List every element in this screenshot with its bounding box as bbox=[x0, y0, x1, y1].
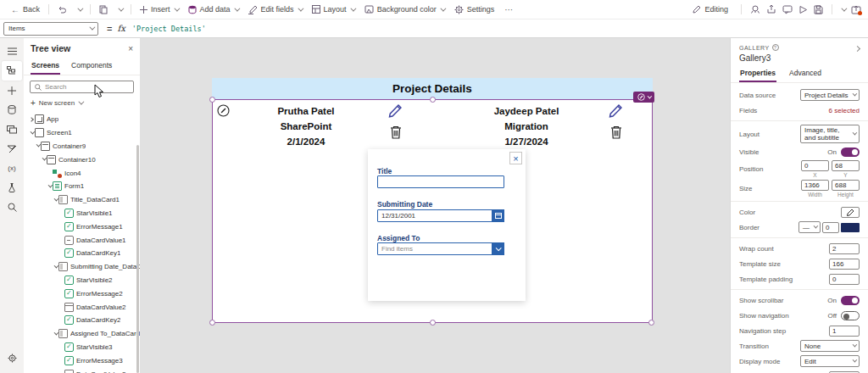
display-mode-select[interactable]: Edit bbox=[800, 355, 860, 367]
tree-item[interactable]: Screen1 bbox=[24, 126, 140, 140]
power-automate-rail-button[interactable] bbox=[2, 139, 22, 159]
tree-search-box[interactable] bbox=[30, 81, 134, 93]
assigned-combobox[interactable] bbox=[377, 242, 504, 255]
undo-dropdown[interactable] bbox=[73, 6, 86, 14]
gallery-edit-badge[interactable] bbox=[633, 92, 654, 103]
title-field-input[interactable] bbox=[377, 175, 504, 188]
chevron-icon[interactable] bbox=[51, 265, 58, 269]
tree-item[interactable]: ErrorMessage1 bbox=[24, 220, 140, 233]
tree-item[interactable]: Container9 bbox=[24, 140, 140, 153]
tree-item[interactable]: Title_DataCard1 bbox=[24, 193, 140, 207]
tests-rail-button[interactable] bbox=[2, 178, 22, 198]
publish-icon[interactable] bbox=[851, 4, 861, 14]
show-navigation-toggle[interactable] bbox=[841, 311, 860, 320]
chevron-icon[interactable] bbox=[51, 198, 58, 202]
undo-button[interactable] bbox=[53, 3, 71, 16]
chevron-icon[interactable] bbox=[33, 144, 41, 148]
variables-rail-button[interactable]: (x) bbox=[2, 159, 22, 178]
comments-icon[interactable] bbox=[782, 4, 793, 14]
tree-item[interactable]: DataCardKey1 bbox=[24, 247, 140, 260]
item-subtitle[interactable]: SharePoint bbox=[221, 119, 391, 134]
data-rail-button[interactable] bbox=[2, 100, 22, 120]
tree-item[interactable]: Container10 bbox=[24, 153, 140, 166]
tree-item[interactable]: Icon4 bbox=[24, 166, 140, 180]
tab-screens[interactable]: Screens bbox=[31, 58, 60, 75]
share-icon[interactable] bbox=[766, 4, 776, 14]
new-screen-button[interactable]: + New screen bbox=[24, 93, 140, 111]
chevron-icon[interactable] bbox=[51, 332, 58, 336]
tree-item[interactable]: DataCardValue1 bbox=[24, 233, 140, 247]
close-icon[interactable]: × bbox=[128, 44, 133, 53]
tree-item[interactable]: DataCardKey2 bbox=[24, 314, 140, 327]
back-button[interactable]: ← Back bbox=[7, 3, 44, 16]
search-input[interactable] bbox=[45, 83, 121, 91]
chevron-icon[interactable] bbox=[39, 158, 47, 161]
add-data-button[interactable]: Add data bbox=[184, 3, 242, 16]
visible-toggle[interactable] bbox=[841, 148, 860, 157]
property-selector[interactable]: Items bbox=[3, 22, 98, 36]
search-rail-button[interactable] bbox=[2, 198, 22, 217]
selection-handle[interactable] bbox=[209, 97, 215, 103]
insert-rail-button[interactable] bbox=[2, 81, 22, 100]
border-style-select[interactable]: — bbox=[798, 221, 821, 233]
tab-properties[interactable]: Properties bbox=[739, 67, 776, 82]
layout-select[interactable]: Image, title, and subtitle bbox=[800, 125, 860, 143]
show-scrollbar-toggle[interactable] bbox=[841, 296, 860, 305]
border-width-input[interactable] bbox=[822, 222, 839, 233]
save-dropdown-icon[interactable] bbox=[841, 5, 847, 11]
tree-item[interactable]: StarVisible1 bbox=[24, 207, 140, 220]
template-padding-input[interactable] bbox=[829, 274, 860, 285]
tree-item[interactable]: ErrorMessage2 bbox=[24, 287, 140, 300]
tree-item[interactable]: StarVisible2 bbox=[24, 274, 140, 287]
insert-button[interactable]: Insert bbox=[136, 3, 182, 15]
tree-scrollbar[interactable] bbox=[136, 145, 139, 373]
item-date[interactable]: 1/27/2024 bbox=[442, 134, 611, 149]
item-subtitle[interactable]: Migration bbox=[442, 119, 611, 134]
fields-selected-link[interactable]: 6 selected bbox=[829, 107, 860, 114]
navigation-step-input[interactable] bbox=[829, 326, 860, 337]
editing-mode-button[interactable]: Editing bbox=[688, 3, 732, 15]
template-size-input[interactable] bbox=[829, 259, 860, 270]
chevron-icon[interactable] bbox=[27, 118, 35, 121]
tree-item[interactable]: Form1 bbox=[24, 180, 140, 193]
tree-item[interactable]: StarVisible3 bbox=[24, 341, 140, 354]
position-x-input[interactable] bbox=[801, 160, 829, 171]
menu-button[interactable] bbox=[2, 42, 22, 61]
edit-fields-button[interactable]: Edit fields bbox=[244, 3, 306, 16]
selection-handle[interactable] bbox=[430, 320, 436, 326]
border-color-swatch[interactable] bbox=[841, 223, 860, 232]
app-checker-icon[interactable] bbox=[750, 4, 760, 14]
chevron-icon[interactable] bbox=[45, 185, 53, 188]
more-commands-button[interactable]: ··· bbox=[500, 3, 517, 16]
tree-item[interactable]: DataCardValue2 bbox=[24, 300, 140, 314]
item-title[interactable]: Prutha Patel bbox=[221, 103, 391, 119]
selection-handle[interactable] bbox=[648, 320, 654, 326]
selection-handle[interactable] bbox=[430, 97, 436, 103]
settings-button[interactable]: Settings bbox=[450, 3, 499, 16]
tree-item[interactable]: Assigned To_DataCard1 bbox=[24, 327, 140, 341]
color-picker-button[interactable] bbox=[841, 207, 860, 218]
help-icon[interactable]: ? bbox=[772, 44, 779, 51]
tab-advanced[interactable]: Advanced bbox=[788, 67, 822, 82]
paste-button[interactable] bbox=[95, 3, 112, 16]
tree-item[interactable]: DataCardValue3 bbox=[24, 367, 140, 373]
close-icon[interactable]: × bbox=[509, 152, 522, 164]
trash-icon[interactable] bbox=[609, 125, 623, 143]
tree-view-button[interactable] bbox=[2, 61, 22, 81]
background-color-button[interactable]: Background color bbox=[360, 3, 448, 16]
size-height-input[interactable] bbox=[832, 180, 860, 191]
preview-play-icon[interactable] bbox=[798, 5, 808, 14]
formula-input[interactable]: 'Project Details' bbox=[132, 25, 206, 33]
item-date[interactable]: 2/1/2024 bbox=[221, 134, 391, 149]
tree-item[interactable]: Submitting Date_DataCard1 bbox=[24, 260, 140, 274]
media-rail-button[interactable] bbox=[2, 120, 22, 139]
calendar-button[interactable] bbox=[492, 209, 504, 222]
layout-button[interactable]: Layout bbox=[308, 3, 359, 15]
wrap-count-input[interactable] bbox=[829, 243, 860, 254]
tree-item[interactable]: App bbox=[24, 113, 140, 126]
settings-rail-button[interactable] bbox=[2, 348, 22, 368]
position-y-input[interactable] bbox=[832, 160, 860, 171]
paste-dropdown[interactable] bbox=[114, 6, 126, 14]
date-field-input[interactable] bbox=[377, 209, 504, 222]
size-width-input[interactable] bbox=[801, 180, 829, 191]
